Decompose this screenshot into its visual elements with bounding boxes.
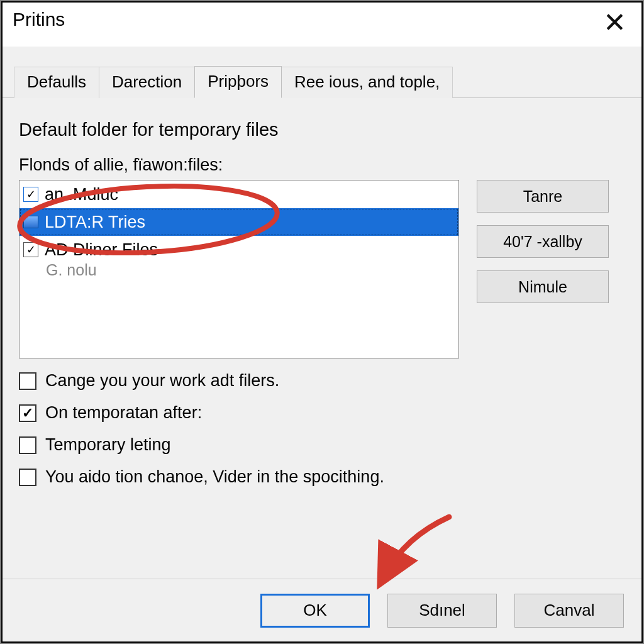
file-types-listbox[interactable]: ✓ an..Mdluc LDTA:R Tries ✓ AD Dliner Fil… — [19, 180, 459, 358]
tab-panel: Default folder for temporary files Flond… — [3, 98, 641, 493]
tanre-button[interactable]: Tanre — [477, 180, 609, 213]
option-row[interactable]: Temporary leting — [19, 435, 625, 455]
list-item-selected[interactable]: LDTA:R Tries — [19, 208, 458, 236]
option-label: Cange you your work adt filers. — [45, 371, 279, 391]
window-title: Pritins — [13, 9, 65, 30]
option-label: On temporatan after: — [45, 403, 202, 423]
xallby-button[interactable]: 40'7 -xallby — [477, 225, 609, 258]
tab-reeious[interactable]: Ree ious, and tople, — [281, 67, 453, 98]
option-label: Temporary leting — [45, 435, 171, 455]
close-icon[interactable]: ✕ — [592, 9, 638, 36]
annotation-arrow — [367, 512, 455, 587]
list-item[interactable]: ✓ an..Mdluc — [19, 180, 458, 208]
checkbox-icon[interactable]: ✓ — [23, 187, 38, 202]
tab-pripors[interactable]: Pripþors — [194, 66, 282, 98]
dialog-footer: OK Sdınel Canval — [3, 579, 641, 641]
list-label: Flonds of allie, fïawon:files: — [19, 155, 625, 175]
section-heading: Default folder for temporary files — [19, 119, 625, 140]
list-item-label: an..Mdluc — [45, 185, 118, 204]
tab-direction[interactable]: Darection — [99, 67, 195, 98]
option-row[interactable]: On temporatan after: — [19, 403, 625, 423]
list-item-extra: G. nolu — [19, 261, 458, 279]
cancel-button[interactable]: Canval — [514, 594, 624, 628]
side-button-column: Tanre 40'7 -xallby Nimule — [477, 180, 609, 358]
computer-icon — [23, 216, 38, 228]
list-item[interactable]: ✓ AD Dliner Files — [19, 236, 458, 264]
ok-button[interactable]: OK — [260, 594, 370, 628]
sdmel-button[interactable]: Sdınel — [387, 594, 497, 628]
checkbox-icon[interactable]: ✓ — [23, 242, 38, 257]
checkbox-icon[interactable] — [19, 436, 36, 454]
option-label: You aido tion chanoe, Vider in the spoci… — [45, 467, 384, 487]
list-item-label: LDTA:R Tries — [45, 213, 145, 232]
nimule-button[interactable]: Nimule — [477, 270, 609, 303]
option-row[interactable]: You aido tion chanoe, Vider in the spoci… — [19, 467, 625, 487]
checkbox-icon[interactable] — [19, 372, 36, 390]
checkbox-icon[interactable] — [19, 469, 36, 486]
dialog-window: Pritins ✕ Defaulls Darection Pripþors Re… — [3, 3, 641, 641]
tab-strip: Defaulls Darection Pripþors Ree ious, an… — [3, 64, 641, 98]
title-bar: Pritins ✕ — [3, 3, 641, 47]
tab-defaults[interactable]: Defaulls — [14, 67, 99, 98]
checkbox-icon[interactable] — [19, 404, 36, 422]
option-row[interactable]: Cange you your work adt filers. — [19, 371, 625, 391]
list-item-label: AD Dliner Files — [45, 240, 158, 260]
